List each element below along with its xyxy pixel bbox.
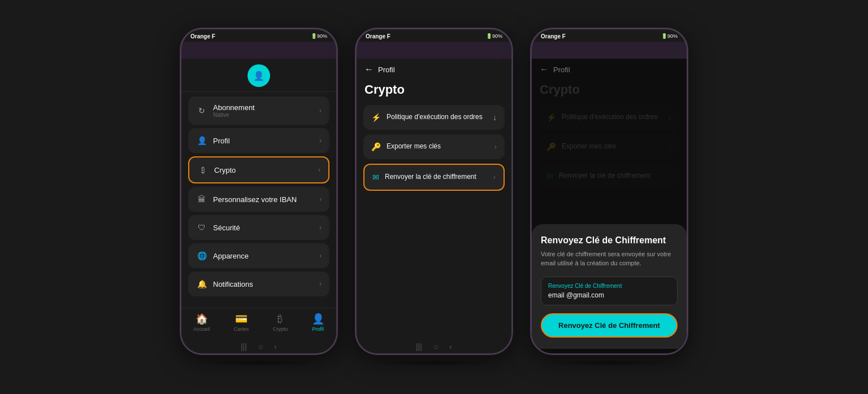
- cartes-icon: 💳: [235, 313, 248, 325]
- field-value: email @gmail.com: [548, 291, 670, 299]
- send-key-button[interactable]: Renvoyez Clé de Chiffrement: [541, 313, 678, 338]
- field-label: Renvoyez Clé de Chiffrement: [548, 283, 670, 289]
- camera-notch-2: [406, 29, 462, 42]
- bottom-nav-1: 🏠 Accueil 💳 Cartes ₿ Crypto 👤 Profil: [181, 308, 336, 336]
- crypto-icon: ₿: [197, 164, 209, 176]
- menu-list: ↻ Abonnement Native › 👤 Profil: [181, 92, 336, 301]
- crypto-screen: ← Profil Crypto ⚡ Politique d'exécution …: [357, 59, 511, 355]
- renvoyer-icon: ✉: [372, 173, 379, 182]
- phone3-wrapper: Orange F 10:25 🔋90% ← Profil Crypto ⚡ Po…: [530, 28, 688, 366]
- securite-icon: 🛡: [196, 222, 207, 233]
- exporter-text: Exporter mes clés: [387, 142, 441, 151]
- nav-accueil-label: Accueil: [193, 326, 210, 332]
- politique-icon: ⚡: [371, 113, 381, 122]
- phone1-wrapper: Orange F 10:25 🔋90% 👤 ↻ Abonnement Nativ…: [180, 28, 338, 366]
- modal-dialog: Renvoyez Clé de Chiffrement Votre clé de…: [532, 224, 687, 349]
- iban-icon: 🏛: [196, 194, 207, 205]
- modal-description: Votre clé de chiffrement sera envoyée su…: [541, 250, 678, 268]
- home-icon: 🏠: [196, 313, 208, 325]
- renvoyer-chevron: ›: [493, 173, 496, 181]
- status-icons-3: 🔋90%: [661, 33, 678, 39]
- nav-profil-label: Profil: [312, 326, 324, 332]
- menu-item-iban[interactable]: 🏛 Personnalisez votre IBAN ›: [188, 187, 329, 212]
- abonnement-title: Abonnement: [213, 103, 255, 112]
- nav-profil-icon: 👤: [312, 313, 324, 325]
- notifications-icon: 🔔: [196, 278, 207, 290]
- crypto-chevron: ›: [318, 166, 320, 174]
- abonnement-icon: ↻: [196, 105, 207, 116]
- phone3: Orange F 10:25 🔋90% ← Profil Crypto ⚡ Po…: [530, 28, 688, 355]
- exporter-chevron: ›: [494, 143, 497, 151]
- renvoyer-text: Renvoyer la clé de chiffrement: [385, 173, 476, 182]
- apparence-icon: 🌐: [196, 250, 207, 261]
- profil-title: Profil: [213, 137, 230, 145]
- crypto-title: Crypto: [214, 166, 236, 174]
- option-exporter[interactable]: 🔑 Exporter mes clés ›: [363, 134, 505, 159]
- abonnement-subtitle: Native: [213, 112, 255, 118]
- profil-icon: 👤: [196, 135, 207, 146]
- nav-cartes-label: Cartes: [234, 326, 249, 332]
- section-title-2: Crypto: [357, 78, 511, 105]
- menu-screen: 👤 ↻ Abonnement Native › 👤: [181, 59, 336, 355]
- home-indicator-2: ||| ○ ‹: [416, 342, 452, 351]
- camera-notch-3: [581, 29, 637, 42]
- home-indicator-1: ||| ○ ‹: [241, 342, 277, 351]
- carrier-2: Orange F: [366, 33, 390, 40]
- camera-notch: [231, 29, 287, 42]
- phone2-wrapper: Orange F 10:25 🔋90% ← Profil Crypto ⚡ Po…: [355, 28, 513, 366]
- politique-download-icon: ↓: [493, 113, 497, 122]
- phone3-shadow: [553, 360, 666, 366]
- exporter-icon: 🔑: [371, 142, 381, 151]
- option-politique[interactable]: ⚡ Politique d'exécution des ordres ↓: [363, 105, 505, 130]
- nav-profil[interactable]: 👤 Profil: [312, 313, 324, 332]
- phone1-shadow: [202, 360, 315, 366]
- option-renvoyer[interactable]: ✉ Renvoyer la clé de chiffrement ›: [363, 164, 505, 191]
- abonnement-chevron: ›: [319, 107, 322, 115]
- iban-title: Personnalisez votre IBAN: [213, 195, 297, 204]
- menu-item-apparence[interactable]: 🌐 Apparence ›: [188, 243, 329, 268]
- nav-cartes[interactable]: 💳 Cartes: [234, 313, 249, 332]
- carrier-1: Orange F: [190, 33, 215, 40]
- menu-item-notifications[interactable]: 🔔 Notifications ›: [188, 272, 329, 296]
- page-header-2: ← Profil: [357, 59, 511, 78]
- back-button-2[interactable]: ←: [364, 64, 374, 75]
- profil-chevron: ›: [319, 137, 322, 145]
- phone1: Orange F 10:25 🔋90% 👤 ↻ Abonnement Nativ…: [180, 28, 338, 355]
- securite-title: Sécurité: [213, 224, 240, 232]
- nav-accueil[interactable]: 🏠 Accueil: [193, 313, 210, 332]
- phone2-shadow: [377, 360, 491, 366]
- carrier-3: Orange F: [541, 33, 566, 40]
- nav-crypto[interactable]: ₿ Crypto: [273, 313, 288, 332]
- menu-item-crypto[interactable]: ₿ Crypto ›: [188, 156, 329, 183]
- modal-title: Renvoyez Clé de Chiffrement: [541, 235, 678, 246]
- status-icons-1: 🔋90%: [311, 33, 327, 39]
- status-icons-2: 🔋90%: [486, 33, 502, 39]
- phone2: Orange F 10:25 🔋90% ← Profil Crypto ⚡ Po…: [355, 28, 513, 355]
- menu-item-abonnement[interactable]: ↻ Abonnement Native ›: [188, 97, 329, 125]
- nav-crypto-icon: ₿: [277, 313, 283, 325]
- nav-crypto-label: Crypto: [273, 326, 288, 332]
- iban-chevron: ›: [319, 195, 322, 203]
- notifications-chevron: ›: [319, 280, 322, 288]
- modal-email-field[interactable]: Renvoyez Clé de Chiffrement email @gmail…: [541, 277, 678, 305]
- securite-chevron: ›: [319, 224, 322, 231]
- apparence-chevron: ›: [319, 252, 322, 260]
- menu-header: 👤: [181, 59, 336, 92]
- politique-text: Politique d'exécution des ordres: [387, 113, 483, 122]
- menu-item-profil[interactable]: 👤 Profil ›: [188, 128, 329, 153]
- avatar: 👤: [248, 64, 270, 87]
- home-indicator-3: ||| ○ ‹: [591, 354, 627, 355]
- page-title-2: Profil: [378, 65, 395, 74]
- notifications-title: Notifications: [213, 280, 253, 288]
- modal-screen: ← Profil Crypto ⚡ Politique d'exécution …: [532, 59, 687, 355]
- menu-item-securite[interactable]: 🛡 Sécurité ›: [188, 215, 329, 240]
- apparence-title: Apparence: [213, 252, 249, 260]
